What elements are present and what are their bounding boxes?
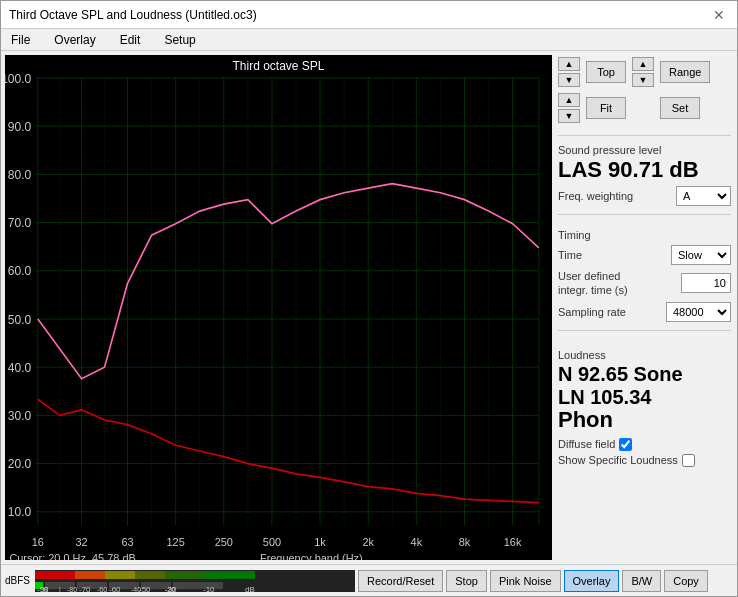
set-button[interactable]: Set — [660, 97, 700, 119]
menu-edit[interactable]: Edit — [114, 31, 147, 49]
svg-rect-61 — [205, 571, 255, 579]
svg-rect-56 — [35, 571, 75, 579]
stop-button[interactable]: Stop — [446, 570, 487, 592]
overlay-button[interactable]: Overlay — [564, 570, 620, 592]
svg-rect-57 — [75, 571, 105, 579]
svg-rect-67 — [173, 582, 223, 589]
time-select[interactable]: Fast Slow Impulse Leq — [671, 245, 731, 265]
right-panel: ▲ ▼ Top ▲ ▼ Range ▲ ▼ Fit Set — [552, 51, 737, 564]
loudness-section: Loudness N 92.65 Sone LN 105.34 Phon Dif… — [558, 343, 731, 467]
user-integr-label: User definedintegr. time (s) — [558, 269, 628, 298]
level-meter-svg: -90 -70 -60 -50 -30 -10 dB R | -80 -60 -… — [35, 570, 355, 592]
svg-text:dB: dB — [245, 585, 255, 592]
svg-text:8k: 8k — [459, 536, 471, 548]
sampling-rate-row: Sampling rate 44100 48000 88200 96000 — [558, 302, 731, 322]
diffuse-field-row: Diffuse field — [558, 438, 731, 451]
diffuse-field-label: Diffuse field — [558, 438, 615, 450]
menu-setup[interactable]: Setup — [158, 31, 201, 49]
bottom-bar: dBFS -90 — [1, 564, 737, 596]
svg-text:70.0: 70.0 — [8, 216, 32, 230]
fit-nav-group: ▲ ▼ — [558, 93, 580, 123]
top-up-button[interactable]: ▲ — [558, 57, 580, 71]
user-integr-row: User definedintegr. time (s) — [558, 269, 731, 298]
fit-up-button[interactable]: ▲ — [558, 93, 580, 107]
svg-text:40.0: 40.0 — [8, 361, 32, 375]
show-specific-checkbox[interactable] — [682, 454, 695, 467]
sampling-rate-label: Sampling rate — [558, 306, 626, 318]
level-meter: -90 -70 -60 -50 -30 -10 dB R | -80 -60 -… — [35, 570, 355, 592]
top-button[interactable]: Top — [586, 61, 626, 83]
svg-text:4k: 4k — [411, 536, 423, 548]
svg-text:Frequency band (Hz): Frequency band (Hz) — [260, 552, 363, 560]
svg-text:500: 500 — [263, 536, 281, 548]
svg-text:32: 32 — [75, 536, 87, 548]
spl-value: LAS 90.71 dB — [558, 158, 731, 182]
chart-area: Third octave SPL dB ARTA 100. — [5, 55, 552, 560]
loudness-phon-value: Phon — [558, 409, 731, 435]
range-button[interactable]: Range — [660, 61, 710, 83]
fit-down-button[interactable]: ▼ — [558, 109, 580, 123]
svg-rect-59 — [135, 571, 165, 579]
menu-file[interactable]: File — [5, 31, 36, 49]
svg-text:80.0: 80.0 — [8, 168, 32, 182]
range-down-button[interactable]: ▼ — [632, 73, 654, 87]
time-label: Time — [558, 249, 582, 261]
svg-text:125: 125 — [167, 536, 185, 548]
show-specific-row: Show Specific Loudness — [558, 454, 731, 467]
diffuse-field-checkbox[interactable] — [619, 438, 632, 451]
svg-rect-60 — [165, 571, 205, 579]
svg-rect-58 — [105, 571, 135, 579]
title-bar: Third Octave SPL and Loudness (Untitled.… — [1, 1, 737, 29]
range-nav-group: ▲ ▼ — [632, 57, 654, 87]
chart-title: Third octave SPL — [232, 59, 324, 73]
svg-text:2k: 2k — [362, 536, 374, 548]
svg-rect-0 — [5, 55, 552, 560]
svg-text:10.0: 10.0 — [8, 505, 32, 519]
freq-weighting-select[interactable]: A B C Z — [676, 186, 731, 206]
svg-text:|: | — [59, 586, 61, 592]
svg-text:60.0: 60.0 — [8, 264, 32, 278]
svg-text:20.0: 20.0 — [8, 457, 32, 471]
window-title: Third Octave SPL and Loudness (Untitled.… — [9, 8, 257, 22]
main-content: Third octave SPL dB ARTA 100. — [1, 51, 737, 564]
top-down-button[interactable]: ▼ — [558, 73, 580, 87]
svg-text:-20: -20 — [165, 586, 175, 592]
svg-text:-10: -10 — [203, 585, 215, 592]
fit-button[interactable]: Fit — [586, 97, 626, 119]
svg-text:-60: -60 — [97, 586, 107, 592]
timing-section: Timing Time Fast Slow Impulse Leq User d… — [558, 223, 731, 322]
pink-noise-button[interactable]: Pink Noise — [490, 570, 561, 592]
svg-text:16k: 16k — [504, 536, 522, 548]
show-specific-label: Show Specific Loudness — [558, 454, 678, 466]
svg-text:100.0: 100.0 — [5, 71, 31, 85]
time-row: Time Fast Slow Impulse Leq — [558, 245, 731, 265]
top-nav-group: ▲ ▼ — [558, 57, 580, 87]
user-integr-input[interactable] — [681, 273, 731, 293]
menu-overlay[interactable]: Overlay — [48, 31, 101, 49]
svg-text:Cursor:  20.0 Hz, 45.78 dB: Cursor: 20.0 Hz, 45.78 dB — [9, 552, 135, 560]
timing-title: Timing — [558, 229, 731, 241]
svg-text:50.0: 50.0 — [8, 312, 32, 326]
loudness-title: Loudness — [558, 349, 731, 361]
menu-bar: File Overlay Edit Setup — [1, 29, 737, 51]
svg-text:-70: -70 — [79, 585, 91, 592]
sampling-rate-select[interactable]: 44100 48000 88200 96000 — [666, 302, 731, 322]
nav-controls-2: ▲ ▼ Fit Set — [558, 93, 731, 123]
loudness-ln-value: LN 105.34 — [558, 386, 731, 409]
record-reset-button[interactable]: Record/Reset — [358, 570, 443, 592]
svg-text:-80: -80 — [67, 586, 77, 592]
close-button[interactable]: ✕ — [709, 5, 729, 25]
svg-text:90.0: 90.0 — [8, 119, 32, 133]
svg-text:30.0: 30.0 — [8, 409, 32, 423]
svg-text:1k: 1k — [314, 536, 326, 548]
freq-weighting-label: Freq. weighting — [558, 190, 633, 202]
chart-svg: 100.0 90.0 80.0 70.0 60.0 50.0 40.0 30.0… — [5, 55, 552, 560]
freq-weighting-row: Freq. weighting A B C Z — [558, 186, 731, 206]
copy-button[interactable]: Copy — [664, 570, 708, 592]
spl-section: Sound pressure level LAS 90.71 dB Freq. … — [558, 144, 731, 206]
bw-button[interactable]: B/W — [622, 570, 661, 592]
svg-text:250: 250 — [215, 536, 233, 548]
range-up-button[interactable]: ▲ — [632, 57, 654, 71]
svg-text:-40: -40 — [131, 586, 141, 592]
svg-text:R: R — [43, 586, 48, 592]
